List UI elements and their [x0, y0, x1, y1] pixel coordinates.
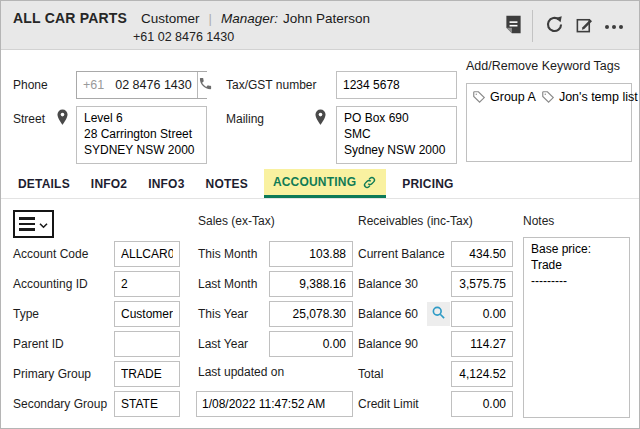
secondary-group-input[interactable] — [114, 391, 180, 417]
keyword-tags-label: Add/Remove Keyword Tags — [466, 59, 620, 73]
this-month-input[interactable] — [269, 241, 353, 267]
document-icon — [504, 14, 523, 38]
company-name: ALL CAR PARTS — [13, 10, 127, 26]
customer-record-window: ALL CAR PARTS Customer | Manager: John P… — [0, 0, 640, 429]
receivables-row-current-balance: Current Balance — [358, 241, 513, 267]
tax-number-label: Tax/GST number — [226, 78, 316, 92]
phone-prefix: +61 — [77, 78, 110, 92]
document-button[interactable] — [498, 9, 528, 43]
magnifier-icon — [431, 305, 446, 323]
last-year-input[interactable] — [269, 331, 353, 357]
edit-icon — [575, 15, 594, 37]
field-row-accounting-id: Accounting ID — [13, 271, 180, 297]
tab-accounting[interactable]: ACCOUNTING — [264, 169, 386, 198]
tab-pricing[interactable]: PRICING — [397, 169, 458, 198]
account-code-input[interactable] — [114, 241, 180, 267]
tab-info3[interactable]: INFO3 — [143, 169, 189, 198]
field-row-account-code: Account Code — [13, 241, 180, 267]
parent-id-label: Parent ID — [13, 331, 64, 357]
edit-button[interactable] — [569, 9, 599, 43]
mailing-address-input[interactable]: PO Box 690 SMC Sydney NSW 2000 — [336, 106, 457, 164]
phone-label: Phone — [13, 78, 48, 92]
phone-number-value[interactable]: 02 8476 1430 — [110, 78, 196, 92]
tax-number-input[interactable] — [336, 71, 457, 99]
this-year-input[interactable] — [269, 301, 353, 327]
tab-notes[interactable]: NOTES — [201, 169, 253, 198]
receivables-row-total: Total — [358, 361, 513, 387]
this-year-label: This Year — [198, 301, 248, 327]
refresh-button[interactable] — [539, 9, 569, 43]
accounting-id-label: Accounting ID — [13, 271, 88, 297]
field-row-secondary-group: Secondary Group — [13, 391, 180, 417]
street-address-input[interactable]: Level 6 28 Carrington Street SYDNEY NSW … — [76, 106, 207, 164]
mailing-label: Mailing — [226, 112, 264, 126]
sales-row-last-month: Last Month — [198, 271, 353, 297]
accounting-id-input[interactable] — [114, 271, 180, 297]
parent-id-input[interactable] — [114, 331, 180, 357]
tag-icon — [541, 90, 555, 104]
last-month-input[interactable] — [269, 271, 353, 297]
tab-details[interactable]: DETAILS — [13, 169, 75, 198]
current-balance-label: Current Balance — [358, 241, 445, 267]
street-label: Street — [13, 112, 45, 126]
receivables-row-credit-limit: Credit Limit — [358, 391, 513, 417]
notes-input[interactable]: Base price: Trade --------- — [523, 237, 630, 418]
keyword-tag[interactable]: Jon's temp list — [541, 90, 638, 104]
tab-bar: DETAILS INFO2 INFO3 NOTES ACCOUNTING PRI… — [1, 169, 639, 199]
balance-90-label: Balance 90 — [358, 331, 418, 357]
record-header: ALL CAR PARTS Customer | Manager: John P… — [1, 1, 639, 50]
receivables-row-balance-30: Balance 30 — [358, 271, 513, 297]
field-row-primary-group: Primary Group — [13, 361, 180, 387]
keyword-tags-box[interactable]: Group A Jon's temp list — [466, 83, 632, 162]
chevron-down-icon — [39, 217, 48, 232]
last-month-label: Last Month — [198, 271, 257, 297]
sales-row-this-month: This Month — [198, 241, 353, 267]
title-separator: | — [209, 11, 212, 26]
title-row: ALL CAR PARTS Customer | Manager: John P… — [13, 10, 370, 26]
link-icon — [362, 175, 377, 190]
last-year-label: Last Year — [198, 331, 248, 357]
record-type: Customer — [141, 11, 200, 26]
receivables-row-balance-90: Balance 90 — [358, 331, 513, 357]
header-phone: +61 02 8476 1430 — [133, 30, 234, 44]
phone-field[interactable]: +61 02 8476 1430 — [76, 71, 207, 99]
street-pin-icon — [56, 109, 69, 130]
primary-group-input[interactable] — [114, 361, 180, 387]
tag-icon — [472, 90, 486, 104]
total-input[interactable] — [451, 361, 513, 387]
tag-label: Jon's temp list — [559, 90, 638, 104]
actions-menu-button[interactable] — [13, 210, 54, 238]
balance-60-input[interactable] — [451, 301, 513, 327]
tab-info2[interactable]: INFO2 — [86, 169, 132, 198]
refresh-icon — [544, 14, 565, 38]
tag-label: Group A — [490, 90, 536, 104]
keyword-tag[interactable]: Group A — [472, 90, 536, 104]
credit-limit-input[interactable] — [451, 391, 513, 417]
dial-button[interactable] — [197, 72, 213, 98]
ellipsis-icon — [604, 18, 624, 33]
tags-row: Group A Jon's temp list — [467, 84, 631, 110]
receivables-section-title: Receivables (inc-Tax) — [358, 214, 473, 228]
mailing-pin-icon — [314, 109, 327, 130]
toolbar-divider — [532, 10, 533, 42]
manager-label: Manager: — [221, 11, 278, 26]
phone-icon — [198, 76, 213, 94]
balance-30-label: Balance 30 — [358, 271, 418, 297]
balance-60-label: Balance 60 — [358, 301, 418, 327]
sales-row-last-year: Last Year — [198, 331, 353, 357]
last-updated-input[interactable] — [196, 391, 353, 417]
this-month-label: This Month — [198, 241, 257, 267]
type-label: Type — [13, 301, 39, 327]
current-balance-input[interactable] — [451, 241, 513, 267]
field-row-type: Type — [13, 301, 180, 327]
balance-30-input[interactable] — [451, 271, 513, 297]
tab-accounting-label: ACCOUNTING — [273, 175, 356, 189]
balance-90-input[interactable] — [451, 331, 513, 357]
more-button[interactable] — [599, 9, 629, 43]
credit-limit-label: Credit Limit — [358, 391, 419, 417]
type-input[interactable] — [114, 301, 180, 327]
sales-section-title: Sales (ex-Tax) — [198, 214, 275, 228]
hamburger-icon — [19, 217, 35, 231]
last-updated-label: Last updated on — [198, 365, 284, 379]
balance-60-search-button[interactable] — [427, 302, 450, 326]
